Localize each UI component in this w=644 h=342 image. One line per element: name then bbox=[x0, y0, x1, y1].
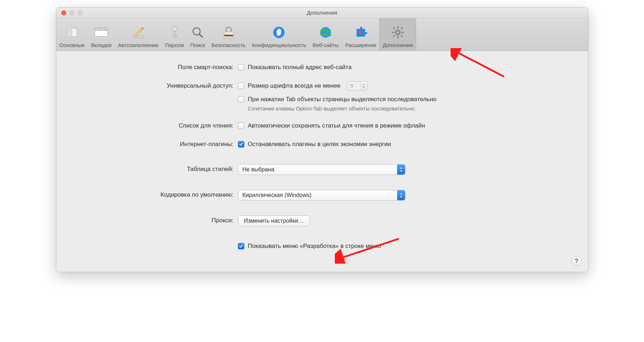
encoding-select[interactable]: Кириллическая (Windows) bbox=[238, 190, 405, 201]
accessibility-label: Универсальный доступ: bbox=[64, 81, 238, 91]
reading-list-label: Список для чтения: bbox=[64, 121, 238, 131]
stylesheet-value: Не выбрана bbox=[238, 166, 397, 173]
min-font-size-value: 9 bbox=[347, 81, 360, 90]
tab-label: Пароли bbox=[165, 42, 184, 48]
svg-rect-26 bbox=[397, 26, 399, 29]
svg-rect-13 bbox=[174, 35, 177, 37]
reading-list-offline-label: Автоматически сохранять статьи для чтени… bbox=[248, 121, 425, 131]
close-window-button[interactable] bbox=[61, 10, 66, 15]
stop-plugins-label: Останавливать плагины в целях экономии э… bbox=[248, 139, 391, 149]
stylesheet-label: Таблица стилей: bbox=[64, 164, 238, 174]
minimize-window-button[interactable] bbox=[69, 10, 74, 15]
tab-label: Поиск bbox=[190, 42, 205, 48]
search-icon bbox=[191, 24, 204, 41]
proxy-button-label: Изменить настройки… bbox=[244, 218, 304, 224]
svg-rect-33 bbox=[393, 35, 395, 37]
svg-rect-2 bbox=[95, 30, 108, 36]
tab-label: Расширения bbox=[345, 42, 376, 48]
tab-tabs[interactable]: −+ Вкладки bbox=[88, 18, 115, 51]
globe-icon bbox=[320, 24, 332, 41]
tab-label: Основные bbox=[59, 42, 85, 48]
tab-websites[interactable]: Веб-сайты bbox=[310, 18, 342, 51]
tab-search[interactable]: Поиск bbox=[187, 18, 208, 51]
zoom-window-button[interactable] bbox=[78, 10, 83, 15]
min-font-size-label: Размер шрифта всегда не менее bbox=[248, 81, 341, 91]
chevron-updown-icon bbox=[360, 82, 367, 90]
puzzle-icon bbox=[354, 24, 367, 41]
svg-rect-1 bbox=[68, 30, 72, 35]
stylesheet-select[interactable]: Не выбрана bbox=[238, 164, 405, 175]
preferences-window: Дополнения Основные −+ Вкладки bbox=[56, 7, 588, 272]
show-develop-menu-label: Показывать меню «Разработка» в строке ме… bbox=[248, 241, 381, 251]
tabs-icon: −+ bbox=[94, 24, 108, 41]
tab-label: Вкладки bbox=[91, 42, 112, 48]
svg-text:−: − bbox=[98, 28, 99, 31]
tab-advanced[interactable]: Дополнения bbox=[379, 18, 416, 51]
tab-privacy[interactable]: Конфиденциальность bbox=[249, 18, 309, 51]
svg-marker-8 bbox=[134, 28, 143, 37]
svg-point-25 bbox=[397, 31, 399, 33]
svg-rect-27 bbox=[397, 36, 399, 38]
window-title: Дополнения bbox=[56, 10, 588, 16]
titlebar: Дополнения bbox=[56, 7, 588, 18]
show-develop-menu-checkbox[interactable] bbox=[238, 243, 244, 249]
key-icon bbox=[169, 24, 180, 41]
help-button[interactable]: ? bbox=[572, 256, 582, 266]
tab-extensions[interactable]: Расширения bbox=[342, 18, 379, 51]
tab-highlights-label: При нажатии Tab объекты страницы выделяю… bbox=[248, 94, 437, 104]
window-controls bbox=[56, 10, 83, 15]
show-full-url-checkbox[interactable] bbox=[238, 64, 244, 71]
help-label: ? bbox=[575, 258, 578, 265]
tab-label: Веб-сайты bbox=[313, 42, 339, 48]
tab-general[interactable]: Основные bbox=[56, 18, 88, 51]
hand-icon bbox=[272, 24, 285, 41]
preferences-toolbar: Основные −+ Вкладки Автозаполнение bbox=[56, 18, 588, 51]
svg-rect-28 bbox=[392, 32, 394, 33]
encoding-value: Кириллическая (Windows) bbox=[238, 192, 397, 198]
reading-list-offline-checkbox[interactable] bbox=[238, 123, 244, 129]
svg-rect-30 bbox=[393, 27, 395, 29]
tab-label: Дополнения bbox=[383, 42, 413, 48]
advanced-pane: Поле смарт-поиска: Показывать полный адр… bbox=[56, 51, 588, 272]
chevron-updown-icon bbox=[397, 165, 405, 175]
lock-icon bbox=[223, 24, 235, 41]
tab-highlights-hint: Сочетание клавиш Option-Tab выделяет объ… bbox=[248, 105, 419, 112]
min-font-size-checkbox[interactable] bbox=[238, 83, 244, 89]
switch-icon bbox=[66, 24, 78, 41]
svg-rect-31 bbox=[400, 35, 403, 37]
tab-autofill[interactable]: Автозаполнение bbox=[115, 18, 162, 51]
stop-plugins-checkbox[interactable] bbox=[238, 141, 244, 147]
min-font-size-select[interactable]: 9 bbox=[347, 81, 368, 90]
pencil-icon bbox=[131, 24, 146, 41]
tab-security[interactable]: Безопасность bbox=[208, 18, 249, 51]
svg-point-22 bbox=[320, 27, 331, 38]
gear-icon bbox=[391, 24, 405, 41]
proxy-settings-button[interactable]: Изменить настройки… bbox=[238, 216, 310, 226]
svg-text:+: + bbox=[104, 28, 106, 31]
smart-search-label: Поле смарт-поиска: bbox=[64, 62, 238, 72]
svg-point-11 bbox=[173, 28, 176, 30]
tab-passwords[interactable]: Пароли bbox=[162, 18, 187, 51]
tab-label: Безопасность bbox=[212, 42, 246, 48]
encoding-label: Кодировка по умолчанию: bbox=[64, 190, 238, 200]
svg-rect-29 bbox=[401, 32, 404, 33]
svg-rect-7 bbox=[133, 36, 144, 38]
show-full-url-label: Показывать полный адрес веб-сайта bbox=[248, 62, 352, 72]
tab-highlights-checkbox[interactable] bbox=[238, 96, 244, 103]
plugins-label: Интернет-плагины: bbox=[64, 139, 238, 149]
svg-rect-32 bbox=[400, 27, 403, 29]
tab-label: Автозаполнение bbox=[118, 42, 159, 48]
svg-line-15 bbox=[199, 34, 202, 37]
tab-label: Конфиденциальность bbox=[252, 42, 306, 48]
chevron-updown-icon bbox=[397, 190, 405, 200]
proxy-label: Прокси: bbox=[64, 216, 238, 226]
